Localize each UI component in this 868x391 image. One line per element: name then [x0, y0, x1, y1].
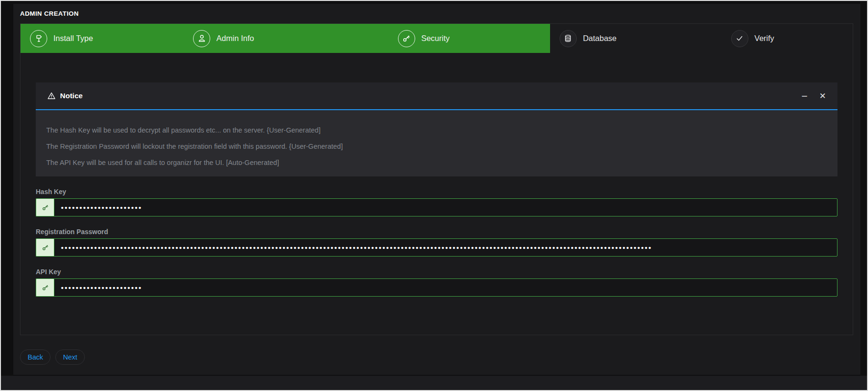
wizard-steps: Install Type Admin Info Security Databas… — [20, 24, 853, 53]
wizard-card: Install Type Admin Info Security Databas… — [20, 23, 853, 335]
close-icon[interactable]: ✕ — [819, 92, 826, 100]
registration-password-field: ••••••••••••••••••••••••••••••••••••••••… — [36, 238, 837, 257]
notice-body: The Hash Key will be used to decrypt all… — [36, 110, 837, 176]
wizard-step-content: Notice − ✕ The Hash Key will be used to … — [20, 53, 853, 335]
step-security[interactable]: Security — [388, 24, 550, 53]
api-key-field: •••••••••••••••••••••• — [36, 278, 837, 297]
signpost-icon — [30, 30, 47, 47]
api-key-input[interactable]: •••••••••••••••••••••• — [54, 278, 837, 297]
step-database[interactable]: Database — [550, 24, 722, 53]
database-icon — [560, 30, 577, 47]
hash-key-label: Hash Key — [36, 188, 837, 196]
step-admin-info[interactable]: Admin Info — [184, 24, 388, 53]
back-button[interactable]: Back — [20, 350, 51, 365]
registration-password-label: Registration Password — [36, 228, 837, 236]
notice-header: Notice − ✕ — [36, 82, 837, 110]
next-button[interactable]: Next — [55, 350, 85, 365]
warning-icon — [47, 92, 56, 100]
step-install-type[interactable]: Install Type — [20, 24, 184, 53]
notice-line: The Registration Password will lockout t… — [46, 138, 827, 154]
notice-title: Notice — [60, 92, 82, 100]
key-icon — [36, 278, 54, 297]
page-title: ADMIN CREATION — [20, 10, 860, 17]
user-icon — [193, 30, 210, 47]
step-label: Install Type — [53, 34, 93, 43]
main-content: ADMIN CREATION Install Type Admin Info S — [13, 4, 860, 375]
step-label: Database — [583, 34, 617, 43]
step-label: Admin Info — [216, 34, 254, 43]
step-label: Security — [421, 34, 450, 43]
key-icon — [36, 198, 54, 216]
api-key-label: API Key — [36, 268, 837, 276]
hash-key-field: •••••••••••••••••••••• — [36, 198, 837, 216]
footer-bar — [1, 376, 867, 390]
check-icon — [731, 30, 748, 47]
key-icon — [398, 30, 415, 47]
key-icon — [36, 238, 54, 257]
hash-key-input[interactable]: •••••••••••••••••••••• — [54, 198, 837, 216]
step-label: Verify — [755, 34, 774, 43]
notice-panel: Notice − ✕ The Hash Key will be used to … — [36, 82, 837, 176]
wizard-actions: Back Next — [20, 350, 860, 365]
notice-line: The API Key will be used for all calls t… — [46, 154, 827, 171]
notice-line: The Hash Key will be used to decrypt all… — [46, 122, 827, 138]
step-verify[interactable]: Verify — [722, 24, 853, 53]
minimize-icon[interactable]: − — [801, 92, 808, 100]
notice-controls: − ✕ — [801, 92, 827, 100]
registration-password-input[interactable]: ••••••••••••••••••••••••••••••••••••••••… — [54, 238, 837, 257]
